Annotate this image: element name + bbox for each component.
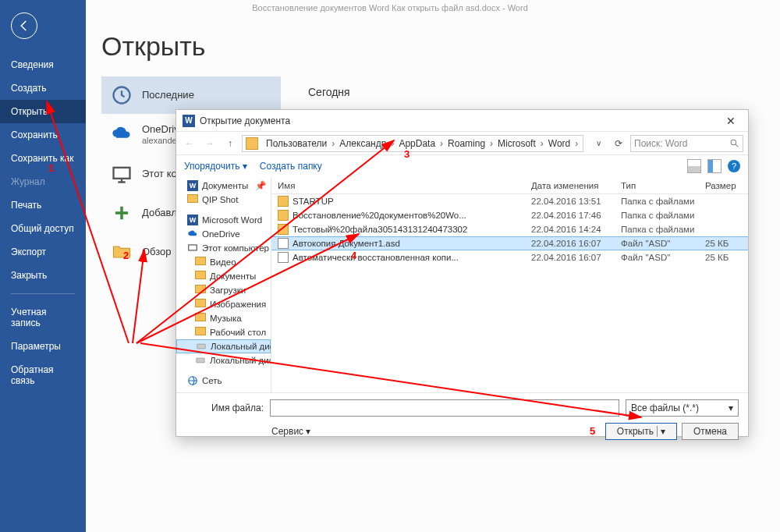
location-tile[interactable]: Последние	[101, 76, 281, 114]
nav-item[interactable]: Печать	[0, 193, 86, 217]
recent-heading: Сегодня	[308, 86, 350, 98]
nav-back-icon[interactable]: ←	[181, 135, 198, 152]
tree-item[interactable]: WДокументы📌	[176, 179, 271, 193]
nav-item[interactable]: Журнал	[0, 170, 86, 193]
word-icon: W	[187, 180, 198, 191]
folder-icon	[195, 271, 206, 282]
nav-footer-item[interactable]: Учетная запись	[0, 300, 86, 335]
breadcrumb-item[interactable]: Roaming	[443, 138, 490, 149]
nav-item[interactable]: Создать	[0, 76, 86, 100]
location-icon	[111, 202, 133, 224]
cancel-button[interactable]: Отмена	[682, 423, 739, 440]
folder-icon	[195, 257, 206, 268]
file-row[interactable]: Тестовый%20файла30514313124047330222.04.…	[271, 222, 748, 236]
col-header-size[interactable]: Размер	[705, 181, 748, 190]
location-icon	[111, 163, 133, 185]
folder-tree[interactable]: WДокументы📌QIP ShotWMicrosoft WordOneDri…	[176, 177, 271, 392]
col-header-type[interactable]: Тип	[621, 181, 705, 190]
file-icon	[278, 252, 289, 263]
tree-item[interactable]: Сеть	[176, 374, 271, 388]
history-dropdown-icon[interactable]: ∨	[590, 135, 607, 152]
dialog-bottom: Имя файла: Все файлы (*.*)▾ Сервис ▾ Отк…	[176, 392, 748, 446]
tree-item[interactable]: Рабочий стол	[176, 325, 271, 339]
filename-input[interactable]	[270, 399, 619, 417]
breadcrumb-item[interactable]: Александр	[335, 138, 391, 149]
breadcrumb-item[interactable]: Word	[544, 138, 575, 149]
nav-item[interactable]: Общий доступ	[0, 217, 86, 240]
folder-icon	[195, 285, 206, 296]
file-list-header[interactable]: Имя Дата изменения Тип Размер	[271, 177, 748, 194]
file-type-select[interactable]: Все файлы (*.*)▾	[626, 399, 739, 417]
dialog-nav: ← → ↑ Пользователи›Александр›AppData›Roa…	[176, 132, 748, 155]
net-icon	[187, 375, 198, 386]
open-file-dialog: W Открытие документа ✕ ← → ↑ Пользовател…	[176, 109, 749, 437]
nav-footer-item[interactable]: Обратная связь	[0, 358, 86, 392]
back-button[interactable]	[11, 12, 37, 39]
tree-item[interactable]: Этот компьютер	[176, 241, 271, 255]
nav-item[interactable]: Экспорт	[0, 240, 86, 264]
new-folder-button[interactable]: Создать папку	[260, 161, 322, 172]
folder-icon	[195, 299, 206, 310]
svg-rect-5	[197, 358, 205, 363]
refresh-icon[interactable]: ⟳	[610, 138, 627, 149]
breadcrumb-item[interactable]: Microsoft	[493, 138, 541, 149]
tree-item[interactable]: Изображения	[176, 297, 271, 311]
open-button[interactable]: Открыть▾	[605, 423, 677, 440]
nav-item[interactable]: Закрыть	[0, 264, 86, 287]
dialog-titlebar: W Открытие документа ✕	[176, 110, 748, 132]
dialog-title: Открытие документа	[200, 115, 290, 126]
nav-footer-item[interactable]: Параметры	[0, 335, 86, 358]
pc-icon	[187, 243, 198, 254]
folder-icon	[246, 137, 258, 150]
file-icon	[278, 238, 289, 249]
tree-item[interactable]: Музыка	[176, 311, 271, 325]
file-row[interactable]: Автокопия Документ1.asd22.04.2016 16:07Ф…	[271, 236, 748, 250]
nav-up-icon[interactable]: ↑	[222, 135, 239, 152]
location-icon	[111, 84, 133, 106]
search-icon	[729, 138, 739, 148]
nav-item[interactable]: Сохранить как	[0, 147, 86, 170]
nav-separator	[11, 293, 75, 294]
tree-item[interactable]: OneDrive	[176, 227, 271, 241]
tree-item[interactable]: WMicrosoft Word	[176, 213, 271, 227]
search-input[interactable]: Поиск: Word	[630, 135, 743, 152]
tree-item[interactable]: Видео	[176, 255, 271, 269]
backstage-sidebar: СведенияСоздатьОткрытьСохранитьСохранить…	[0, 0, 86, 532]
tree-item[interactable]: Документы	[176, 269, 271, 283]
filename-label: Имя файла:	[186, 403, 264, 413]
folder-icon	[278, 224, 289, 235]
location-icon	[111, 123, 133, 145]
file-row[interactable]: Восстановление%20документов%20Wo...22.04…	[271, 208, 748, 222]
breadcrumb-item[interactable]: AppData	[394, 138, 440, 149]
svg-rect-3	[189, 245, 197, 250]
breadcrumb-item[interactable]: Пользователи	[261, 138, 332, 149]
folder-icon	[278, 196, 289, 207]
file-list[interactable]: STARTUP22.04.2016 13:51Папка с файламиВо…	[271, 194, 748, 392]
tree-item[interactable]: Загрузки	[176, 283, 271, 297]
svg-rect-4	[197, 344, 206, 349]
nav-item[interactable]: Сохранить	[0, 123, 86, 147]
folder-icon	[195, 327, 206, 338]
tree-item[interactable]: Локальный диск	[176, 353, 271, 367]
col-header-date[interactable]: Дата изменения	[531, 181, 621, 190]
breadcrumb[interactable]: Пользователи›Александр›AppData›Roaming›M…	[242, 135, 583, 152]
file-row[interactable]: STARTUP22.04.2016 13:51Папка с файлами	[271, 194, 748, 208]
close-icon[interactable]: ✕	[717, 115, 745, 127]
nav-item[interactable]: Открыть	[0, 100, 86, 123]
preview-pane-icon[interactable]	[707, 159, 722, 173]
file-type-value: Все файлы (*.*)	[631, 403, 699, 413]
view-icon[interactable]	[687, 159, 701, 173]
service-menu[interactable]: Сервис ▾	[271, 426, 310, 437]
organize-menu[interactable]: Упорядочить ▾	[184, 161, 247, 172]
col-header-name[interactable]: Имя	[271, 181, 531, 190]
tree-item[interactable]: QIP Shot	[176, 193, 271, 207]
folder-icon	[195, 313, 206, 324]
help-icon[interactable]: ?	[728, 160, 740, 172]
nav-forward-icon[interactable]: →	[201, 135, 218, 152]
disk-icon	[196, 341, 207, 352]
word-icon: W	[187, 215, 198, 225]
tree-item[interactable]: Локальный диск	[176, 339, 271, 353]
file-row[interactable]: Автоматически восстановленная копи...22.…	[271, 250, 748, 264]
nav-item[interactable]: Сведения	[0, 53, 86, 76]
search-placeholder: Поиск: Word	[634, 138, 687, 149]
